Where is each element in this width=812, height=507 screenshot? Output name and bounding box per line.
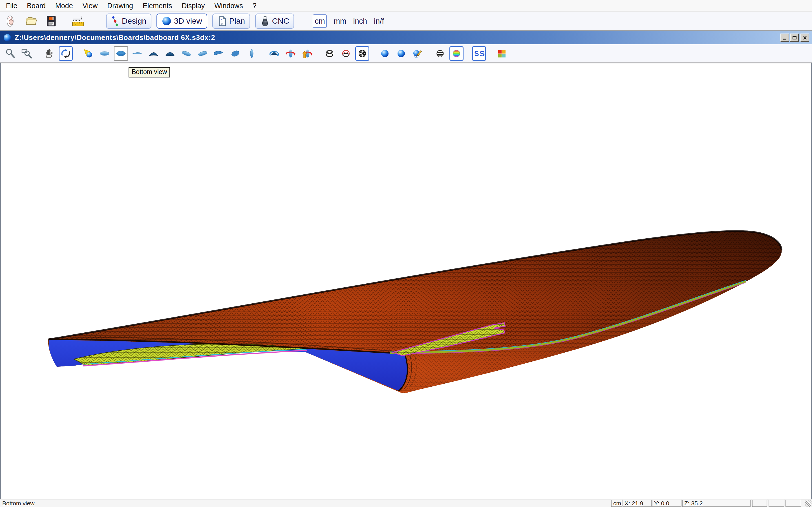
main-toolbar: 1 0 Design 3D view Plan xyxy=(0,12,812,31)
status-bar: Bottom view cm X: 21.9 Y: 0.0 Z: 35.2 xyxy=(0,499,812,507)
cnc-button[interactable]: CNC xyxy=(255,13,294,29)
units-group: cm mm inch in/f xyxy=(313,14,388,28)
unit-inch[interactable]: inch xyxy=(350,17,370,25)
paint-render-icon[interactable] xyxy=(410,46,424,61)
svg-text:S: S xyxy=(474,50,479,57)
maximize-button[interactable] xyxy=(790,34,799,42)
zoom-icon[interactable] xyxy=(3,46,17,61)
menu-mode[interactable]: Mode xyxy=(50,2,78,10)
zoom-window-icon[interactable] xyxy=(20,46,34,61)
status-view-name: Bottom view xyxy=(2,500,35,507)
rotate-yaw-icon[interactable] xyxy=(284,46,298,61)
document-title: Z:\Users\dennery\Documents\Boards\badboa… xyxy=(15,34,779,42)
rotate-3d-icon[interactable] xyxy=(59,46,73,61)
viewport-3d[interactable]: Bottom view xyxy=(0,63,812,499)
status-unit: cm xyxy=(611,500,622,507)
close-icon xyxy=(802,36,808,40)
resize-grip[interactable] xyxy=(805,501,811,507)
unit-cm[interactable]: cm xyxy=(313,14,327,28)
minimize-button[interactable] xyxy=(780,34,789,42)
menu-view[interactable]: View xyxy=(78,2,103,10)
curvature-map-icon[interactable] xyxy=(449,46,463,61)
perspective-bottom-left-icon[interactable] xyxy=(212,46,226,61)
menu-board[interactable]: Board xyxy=(22,2,50,10)
symmetry-view-icon[interactable]: S S xyxy=(472,46,486,61)
3d-view-icon xyxy=(161,16,172,26)
menu-drawing[interactable]: Drawing xyxy=(102,2,138,10)
smooth-render-icon[interactable] xyxy=(394,46,408,61)
dimensions-ruler-icon[interactable]: 1 0 xyxy=(71,14,85,29)
status-x-coordinate: X: 21.9 xyxy=(622,500,652,507)
status-empty-panel-2 xyxy=(769,500,784,507)
back-view-icon[interactable] xyxy=(163,46,177,61)
status-y-coordinate: Y: 0.0 xyxy=(652,500,681,507)
front-view-icon[interactable] xyxy=(147,46,161,61)
document-title-bar[interactable]: Z:\Users\dennery\Documents\Boards\badboa… xyxy=(0,31,812,44)
pan-icon[interactable] xyxy=(42,46,56,61)
plan-button[interactable]: Plan xyxy=(212,13,250,29)
3d-view-button[interactable]: 3D view xyxy=(156,13,207,29)
new-board-icon[interactable] xyxy=(4,14,17,29)
wireframe-red-icon[interactable] xyxy=(339,46,353,61)
color-settings-icon[interactable] xyxy=(495,46,509,61)
minimize-icon xyxy=(782,36,788,40)
design-button[interactable]: Design xyxy=(106,13,151,29)
view-toolbar: S S xyxy=(0,44,812,63)
menu-display[interactable]: Display xyxy=(177,2,209,10)
svg-text:1: 1 xyxy=(74,23,76,26)
menu-windows[interactable]: Windows xyxy=(209,2,248,10)
profile-view-icon[interactable] xyxy=(245,46,259,61)
perspective-top-right-icon[interactable] xyxy=(196,46,210,61)
top-view-icon[interactable] xyxy=(98,46,112,61)
close-button[interactable] xyxy=(801,34,809,42)
maximize-icon xyxy=(792,36,797,40)
design-icon xyxy=(111,15,119,27)
status-empty-panel-1 xyxy=(752,500,767,507)
shaded-render-icon[interactable] xyxy=(378,46,392,61)
menu-help[interactable]: ? xyxy=(248,2,261,10)
menu-bar: File Board Mode View Drawing Elements Di… xyxy=(0,0,812,12)
document-icon xyxy=(3,33,12,42)
status-z-coordinate: Z: 35.2 xyxy=(682,500,751,507)
wireframe-mesh-icon[interactable] xyxy=(355,46,369,61)
open-folder-icon[interactable] xyxy=(24,14,37,29)
rotate-roll-icon[interactable] xyxy=(300,46,314,61)
tooltip-bottom-view: Bottom view xyxy=(129,67,170,77)
unit-inf[interactable]: in/f xyxy=(370,17,388,25)
svg-text:S: S xyxy=(479,50,485,58)
svg-text:0: 0 xyxy=(80,23,81,26)
lighting-icon[interactable] xyxy=(81,46,95,61)
status-empty-panel-3 xyxy=(785,500,801,507)
menu-elements[interactable]: Elements xyxy=(138,2,177,10)
bottom-view-icon[interactable] xyxy=(114,46,128,61)
wireframe-white-icon[interactable] xyxy=(322,46,337,61)
perspective-bottom-right-icon[interactable] xyxy=(229,46,243,61)
zebra-stripes-icon[interactable] xyxy=(433,46,447,61)
save-icon[interactable] xyxy=(45,14,57,29)
board-3d-render xyxy=(1,63,811,499)
rotate-pitch-icon[interactable] xyxy=(267,46,282,61)
menu-file[interactable]: File xyxy=(1,2,22,10)
cnc-icon xyxy=(260,15,270,27)
perspective-top-left-icon[interactable] xyxy=(179,46,193,61)
side-view-icon[interactable] xyxy=(130,46,144,61)
plan-icon xyxy=(217,15,227,27)
unit-mm[interactable]: mm xyxy=(330,17,350,25)
